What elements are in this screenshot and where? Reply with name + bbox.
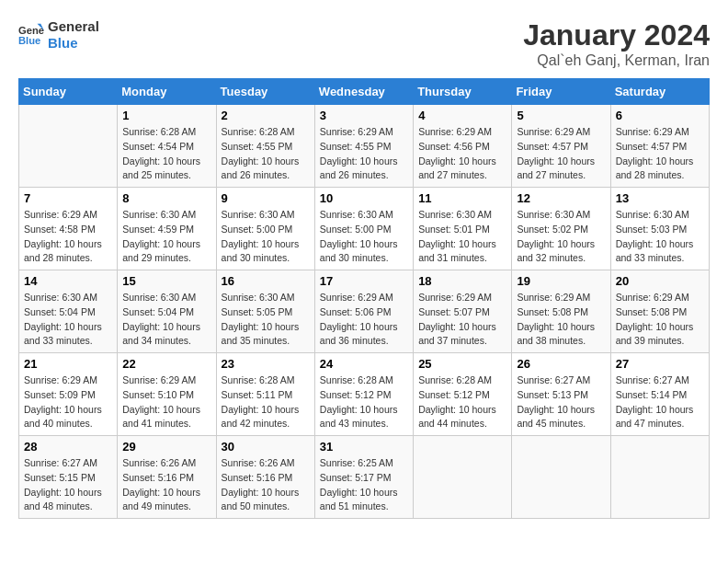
sunset-text: Sunset: 5:00 PM bbox=[320, 223, 408, 237]
weekday-header-wednesday: Wednesday bbox=[314, 79, 413, 105]
day-number: 5 bbox=[517, 109, 605, 122]
day-info: Sunrise: 6:25 AMSunset: 5:17 PMDaylight:… bbox=[320, 456, 408, 514]
day-info: Sunrise: 6:27 AMSunset: 5:15 PMDaylight:… bbox=[24, 456, 112, 514]
daylight-text: Daylight: 10 hours and 43 minutes. bbox=[320, 403, 408, 432]
calendar-cell: 3Sunrise: 6:29 AMSunset: 4:55 PMDaylight… bbox=[314, 105, 413, 188]
day-number: 19 bbox=[517, 274, 605, 288]
sunrise-text: Sunrise: 6:29 AM bbox=[517, 291, 605, 305]
daylight-text: Daylight: 10 hours and 38 minutes. bbox=[517, 320, 605, 350]
day-info: Sunrise: 6:26 AMSunset: 5:16 PMDaylight:… bbox=[222, 456, 310, 514]
calendar-cell: 16Sunrise: 6:30 AMSunset: 5:05 PMDayligh… bbox=[216, 270, 314, 353]
daylight-text: Daylight: 10 hours and 39 minutes. bbox=[616, 320, 704, 350]
sunset-text: Sunset: 5:07 PM bbox=[418, 305, 506, 320]
sunrise-text: Sunrise: 6:29 AM bbox=[616, 291, 704, 305]
sunrise-text: Sunrise: 6:26 AM bbox=[122, 456, 210, 471]
page-header: General Blue General Blue January 2024 Q… bbox=[18, 18, 710, 69]
day-info: Sunrise: 6:30 AMSunset: 5:04 PMDaylight:… bbox=[122, 291, 210, 349]
sunset-text: Sunset: 5:15 PM bbox=[24, 471, 112, 486]
day-number: 6 bbox=[616, 109, 704, 122]
day-number: 17 bbox=[320, 274, 408, 288]
sunrise-text: Sunrise: 6:28 AM bbox=[122, 125, 210, 140]
day-number: 27 bbox=[616, 357, 704, 371]
daylight-text: Daylight: 10 hours and 33 minutes. bbox=[616, 237, 704, 267]
sunset-text: Sunset: 4:56 PM bbox=[418, 140, 506, 155]
sunset-text: Sunset: 5:17 PM bbox=[320, 471, 408, 486]
svg-text:Blue: Blue bbox=[18, 35, 40, 46]
day-number: 24 bbox=[320, 357, 408, 371]
day-number: 14 bbox=[24, 274, 112, 288]
sunset-text: Sunset: 5:01 PM bbox=[418, 223, 506, 237]
day-info: Sunrise: 6:30 AMSunset: 5:00 PMDaylight:… bbox=[320, 208, 408, 266]
daylight-text: Daylight: 10 hours and 27 minutes. bbox=[418, 155, 506, 184]
sunrise-text: Sunrise: 6:30 AM bbox=[320, 208, 408, 223]
day-info: Sunrise: 6:29 AMSunset: 5:06 PMDaylight:… bbox=[320, 291, 408, 349]
day-number: 11 bbox=[418, 191, 506, 205]
calendar-cell: 11Sunrise: 6:30 AMSunset: 5:01 PMDayligh… bbox=[414, 188, 512, 270]
daylight-text: Daylight: 10 hours and 44 minutes. bbox=[418, 403, 506, 432]
day-number: 26 bbox=[517, 357, 605, 371]
day-info: Sunrise: 6:28 AMSunset: 5:11 PMDaylight:… bbox=[222, 373, 310, 431]
daylight-text: Daylight: 10 hours and 33 minutes. bbox=[24, 320, 112, 350]
sunset-text: Sunset: 5:10 PM bbox=[122, 388, 210, 403]
sunset-text: Sunset: 5:04 PM bbox=[24, 305, 112, 320]
sunset-text: Sunset: 5:02 PM bbox=[517, 223, 605, 237]
day-info: Sunrise: 6:29 AMSunset: 4:58 PMDaylight:… bbox=[24, 208, 112, 266]
sunset-text: Sunset: 5:08 PM bbox=[517, 305, 605, 320]
sunset-text: Sunset: 5:05 PM bbox=[222, 305, 310, 320]
daylight-text: Daylight: 10 hours and 51 minutes. bbox=[320, 486, 408, 515]
sunset-text: Sunset: 4:59 PM bbox=[122, 223, 210, 237]
sunrise-text: Sunrise: 6:29 AM bbox=[418, 125, 506, 140]
day-number: 13 bbox=[616, 191, 704, 205]
daylight-text: Daylight: 10 hours and 25 minutes. bbox=[122, 155, 210, 184]
sunset-text: Sunset: 5:00 PM bbox=[222, 223, 310, 237]
calendar-cell: 6Sunrise: 6:29 AMSunset: 4:57 PMDaylight… bbox=[610, 105, 709, 188]
sunset-text: Sunset: 5:11 PM bbox=[222, 388, 310, 403]
day-info: Sunrise: 6:29 AMSunset: 5:08 PMDaylight:… bbox=[517, 291, 605, 349]
sunrise-text: Sunrise: 6:30 AM bbox=[616, 208, 704, 223]
daylight-text: Daylight: 10 hours and 49 minutes. bbox=[122, 486, 210, 515]
calendar-cell: 28Sunrise: 6:27 AMSunset: 5:15 PMDayligh… bbox=[19, 436, 118, 519]
day-info: Sunrise: 6:29 AMSunset: 5:10 PMDaylight:… bbox=[122, 373, 210, 431]
logo-text-line2: Blue bbox=[48, 35, 99, 52]
calendar-cell: 14Sunrise: 6:30 AMSunset: 5:04 PMDayligh… bbox=[19, 270, 118, 353]
calendar-cell: 2Sunrise: 6:28 AMSunset: 4:55 PMDaylight… bbox=[216, 105, 314, 188]
day-info: Sunrise: 6:30 AMSunset: 5:01 PMDaylight:… bbox=[418, 208, 506, 266]
calendar-week-row: 1Sunrise: 6:28 AMSunset: 4:54 PMDaylight… bbox=[19, 105, 710, 188]
day-number: 10 bbox=[320, 191, 408, 205]
day-info: Sunrise: 6:29 AMSunset: 4:57 PMDaylight:… bbox=[517, 125, 605, 183]
sunset-text: Sunset: 5:16 PM bbox=[122, 471, 210, 486]
daylight-text: Daylight: 10 hours and 50 minutes. bbox=[222, 486, 310, 515]
calendar-cell: 23Sunrise: 6:28 AMSunset: 5:11 PMDayligh… bbox=[216, 353, 314, 436]
daylight-text: Daylight: 10 hours and 40 minutes. bbox=[24, 403, 112, 432]
day-info: Sunrise: 6:29 AMSunset: 5:07 PMDaylight:… bbox=[418, 291, 506, 349]
calendar-cell: 29Sunrise: 6:26 AMSunset: 5:16 PMDayligh… bbox=[118, 436, 216, 519]
sunrise-text: Sunrise: 6:30 AM bbox=[122, 208, 210, 223]
sunset-text: Sunset: 4:58 PM bbox=[24, 223, 112, 237]
sunset-text: Sunset: 5:04 PM bbox=[122, 305, 210, 320]
daylight-text: Daylight: 10 hours and 28 minutes. bbox=[24, 237, 112, 267]
day-number: 1 bbox=[122, 109, 210, 122]
daylight-text: Daylight: 10 hours and 34 minutes. bbox=[122, 320, 210, 350]
sunset-text: Sunset: 5:16 PM bbox=[222, 471, 310, 486]
weekday-header-tuesday: Tuesday bbox=[216, 79, 314, 105]
day-number: 8 bbox=[122, 191, 210, 205]
logo: General Blue General Blue bbox=[18, 18, 99, 52]
day-info: Sunrise: 6:30 AMSunset: 4:59 PMDaylight:… bbox=[122, 208, 210, 266]
calendar-cell: 7Sunrise: 6:29 AMSunset: 4:58 PMDaylight… bbox=[19, 188, 118, 270]
title-block: January 2024 Qal`eh Ganj, Kerman, Iran bbox=[523, 18, 710, 69]
calendar-cell: 24Sunrise: 6:28 AMSunset: 5:12 PMDayligh… bbox=[314, 353, 413, 436]
sunrise-text: Sunrise: 6:29 AM bbox=[320, 291, 408, 305]
sunset-text: Sunset: 5:09 PM bbox=[24, 388, 112, 403]
calendar-cell: 26Sunrise: 6:27 AMSunset: 5:13 PMDayligh… bbox=[512, 353, 610, 436]
daylight-text: Daylight: 10 hours and 37 minutes. bbox=[418, 320, 506, 350]
weekday-header-row: SundayMondayTuesdayWednesdayThursdayFrid… bbox=[19, 79, 710, 105]
calendar-cell: 15Sunrise: 6:30 AMSunset: 5:04 PMDayligh… bbox=[118, 270, 216, 353]
calendar-cell: 12Sunrise: 6:30 AMSunset: 5:02 PMDayligh… bbox=[512, 188, 610, 270]
sunrise-text: Sunrise: 6:27 AM bbox=[616, 373, 704, 388]
daylight-text: Daylight: 10 hours and 32 minutes. bbox=[517, 237, 605, 267]
daylight-text: Daylight: 10 hours and 42 minutes. bbox=[222, 403, 310, 432]
calendar-week-row: 7Sunrise: 6:29 AMSunset: 4:58 PMDaylight… bbox=[19, 188, 710, 270]
calendar-cell: 19Sunrise: 6:29 AMSunset: 5:08 PMDayligh… bbox=[512, 270, 610, 353]
calendar-cell bbox=[610, 436, 709, 519]
sunrise-text: Sunrise: 6:28 AM bbox=[222, 125, 310, 140]
